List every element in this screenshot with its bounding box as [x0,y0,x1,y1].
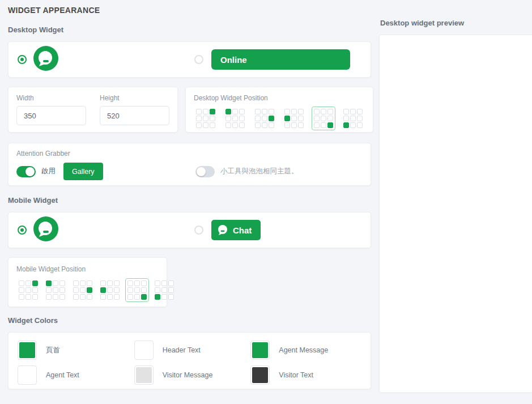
color-item-label: Visitor Text [279,371,313,379]
position-cell [161,287,167,293]
mobile-position-options [16,278,159,302]
position-cell [19,287,24,293]
position-cell [196,122,202,128]
position-cell [25,294,31,300]
position-cell [141,287,147,293]
position-cell [107,294,113,300]
same-theme-toggle[interactable] [195,166,215,177]
widget-colors-section-label: Widget Colors [8,316,371,325]
position-option-bottom-right[interactable] [312,107,335,130]
position-option-top-right[interactable] [16,278,40,302]
color-swatch[interactable] [250,365,270,385]
position-cell [239,109,245,114]
position-cell [25,280,31,286]
position-option-middle-left[interactable] [282,107,306,130]
position-cell [203,122,208,128]
desktop-bar-radio[interactable] [194,55,203,64]
color-item: Visitor Text [250,365,361,385]
mobile-round-option[interactable] [18,216,58,244]
position-cell [127,287,133,293]
desktop-round-radio[interactable] [18,55,27,64]
position-option-middle-right[interactable] [71,278,95,302]
position-option-top-left[interactable] [44,278,67,302]
color-swatch[interactable] [18,341,37,360]
online-bar-preview[interactable]: Online [211,49,350,70]
position-cell [255,122,261,128]
color-swatch-fill [252,367,268,383]
position-cell [350,116,356,121]
position-cell [32,294,38,300]
desktop-position-label: Desktop Widget Position [194,94,365,102]
color-swatch[interactable] [18,365,37,385]
position-option-middle-left[interactable] [98,278,122,302]
position-option-bottom-left[interactable] [152,278,176,302]
position-cell [59,287,65,293]
attention-grabber-toggle[interactable] [16,166,36,177]
position-cell [291,109,297,114]
width-input[interactable] [16,106,86,125]
height-input[interactable] [100,106,169,125]
chat-bubble-icon [217,224,228,236]
color-swatch-fill [136,342,152,358]
position-cell [232,116,238,121]
color-swatch[interactable] [134,341,154,360]
color-item-label: Header Text [163,346,201,354]
widget-appearance-page: WIDGET APPEARANCE Desktop Widget [0,0,532,404]
gallery-button[interactable]: Gallery [63,163,103,180]
position-cell [53,280,58,286]
position-cell [225,116,231,121]
position-cell [357,122,363,128]
position-cell [327,122,333,128]
color-swatch-fill [19,342,35,358]
widget-colors-card: 頁首Header TextAgent MessageAgent TextVisi… [8,332,371,389]
position-cell [357,116,363,121]
position-cell [225,109,231,114]
mobile-chat-option[interactable]: Chat [194,220,361,240]
settings-column: WIDGET APPEARANCE Desktop Widget [0,0,379,404]
position-option-top-left[interactable] [223,107,247,130]
position-cell [73,287,79,293]
position-cell [134,294,140,300]
position-cell [53,294,58,300]
position-option-middle-right[interactable] [253,107,276,130]
color-item: Header Text [134,341,245,360]
position-cell [32,280,38,286]
position-cell [100,287,106,293]
position-cell [87,294,92,300]
position-cell [196,116,202,121]
position-cell [284,109,290,114]
desktop-round-option[interactable] [18,46,58,73]
position-cell [284,116,290,121]
desktop-bar-option[interactable]: Online [194,49,361,70]
position-cell [196,109,202,114]
chat-button-preview[interactable]: Chat [211,220,261,240]
desktop-position-card: Desktop Widget Position [185,87,373,133]
position-option-top-right[interactable] [194,107,218,130]
color-swatch[interactable] [134,365,154,385]
position-cell [350,122,356,128]
page-title: WIDGET APPEARANCE [8,6,371,15]
color-item-label: Visitor Message [163,371,213,379]
widget-size-card: Width Height [8,87,178,133]
position-cell [141,280,147,286]
color-swatch[interactable] [250,341,270,360]
position-cell [298,122,304,128]
position-cell [155,287,160,293]
position-cell [298,109,304,114]
attention-grabber-card: Attention Grabber 啟用 Gallery 小工具與泡泡相同主題。 [8,143,371,186]
position-cell [269,122,274,128]
position-cell [134,287,140,293]
position-cell [114,287,120,293]
position-option-bottom-left[interactable] [341,107,365,130]
color-item: Visitor Message [134,365,245,385]
chat-button-label: Chat [233,226,252,235]
position-cell [210,116,215,121]
color-swatch-fill [19,367,35,383]
mobile-chat-radio[interactable] [194,226,203,235]
position-cell [291,122,297,128]
color-item: 頁首 [18,341,129,360]
mobile-round-radio[interactable] [18,226,27,235]
height-label: Height [100,94,169,102]
position-option-bottom-right[interactable] [125,278,149,302]
position-cell [127,294,133,300]
